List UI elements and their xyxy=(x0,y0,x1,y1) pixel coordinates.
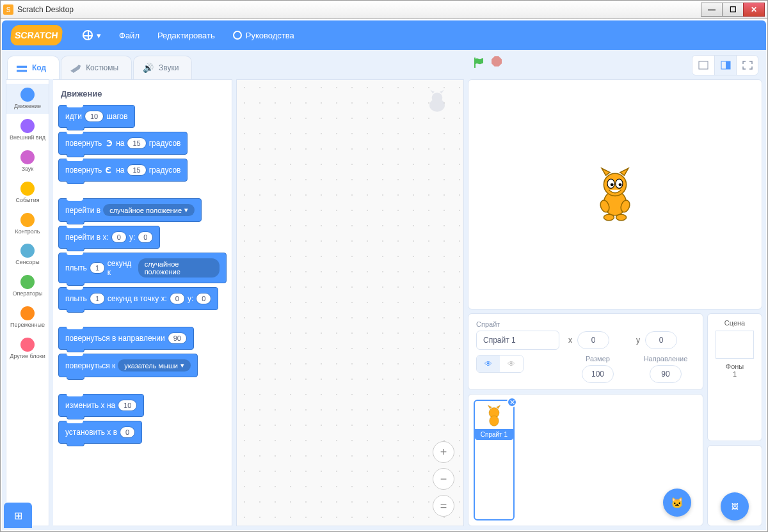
chevron-down-icon: ▾ xyxy=(184,206,188,214)
category-Движение[interactable]: Движение xyxy=(6,84,49,114)
chevron-down-icon: ▾ xyxy=(97,31,101,40)
block-input[interactable]: 1 xyxy=(90,293,105,304)
eye-off-icon: 👁 xyxy=(508,359,515,368)
sprite-thumbnail-icon xyxy=(480,403,508,429)
block-input[interactable]: 10 xyxy=(118,400,137,411)
zoom-out-button[interactable]: − xyxy=(433,468,454,490)
block-input[interactable]: 15 xyxy=(127,137,146,149)
delete-sprite-button[interactable]: ✕ xyxy=(507,397,517,407)
sprite-name-input[interactable] xyxy=(476,331,559,350)
tab-code[interactable]: Код xyxy=(7,56,60,79)
add-backdrop-button[interactable]: 🖼 xyxy=(721,492,749,520)
tab-sounds[interactable]: 🔊Звуки xyxy=(133,56,192,79)
category-label: Другие блоки xyxy=(10,354,45,360)
category-label: Внешний вид xyxy=(10,135,45,141)
sprite-card[interactable]: ✕ Спрайт 1 xyxy=(474,400,515,520)
svg-point-13 xyxy=(611,183,614,186)
block-input[interactable]: 0 xyxy=(196,293,211,304)
block-point-towards[interactable]: повернуться к указатель мыши▾ xyxy=(58,354,198,377)
file-menu[interactable]: Файл xyxy=(119,31,140,40)
block-dropdown[interactable]: указатель мыши▾ xyxy=(118,359,191,372)
backdrops-count: 1 xyxy=(733,370,737,378)
block-input[interactable]: 15 xyxy=(127,164,146,176)
block-input[interactable]: 0 xyxy=(138,231,153,243)
block-turn-cw[interactable]: повернуть на 15 градусов xyxy=(58,132,188,155)
zoom-in-button[interactable]: + xyxy=(433,441,454,463)
app-icon: S xyxy=(3,4,13,15)
sprite-x-input[interactable]: 0 xyxy=(577,331,609,349)
zoom-reset-button[interactable]: = xyxy=(433,495,454,517)
brush-icon xyxy=(70,63,81,73)
block-input[interactable]: 0 xyxy=(120,426,135,438)
sprite-card-name: Спрайт 1 xyxy=(475,429,513,440)
block-glide-xy[interactable]: плыть 1 секунд в точку x: 0 y: 0 xyxy=(58,287,218,310)
category-dot-icon xyxy=(20,150,35,164)
scripts-area[interactable]: + − = xyxy=(236,79,464,526)
sprite-visible-button[interactable]: 👁 xyxy=(477,356,500,372)
category-dot-icon xyxy=(20,88,35,102)
block-input[interactable]: 0 xyxy=(170,293,185,304)
blocks-palette[interactable]: Движение идти 10 шагов повернуть на 15 г… xyxy=(53,79,232,526)
extension-icon: ⊞ xyxy=(14,510,22,522)
stop-button[interactable] xyxy=(492,56,502,66)
category-label: Движение xyxy=(14,104,41,110)
window-minimize-button[interactable]: — xyxy=(701,3,723,17)
rotate-ccw-icon xyxy=(106,167,112,173)
stage-selector[interactable]: Сцена Фоны 1 xyxy=(707,313,762,441)
scratch-cat-sprite[interactable] xyxy=(589,166,641,223)
category-label: Операторы xyxy=(12,291,42,297)
block-input[interactable]: 1 xyxy=(90,262,105,274)
window-maximize-button[interactable]: ☐ xyxy=(722,3,744,17)
category-Внешний вид[interactable]: Внешний вид xyxy=(6,115,49,145)
stage-fullscreen-button[interactable] xyxy=(736,56,758,75)
block-dropdown[interactable]: случайное положение▾ xyxy=(103,204,195,216)
svg-point-14 xyxy=(619,183,622,186)
block-set-x[interactable]: установить x в 0 xyxy=(58,421,142,444)
block-change-x[interactable]: изменить x на 10 xyxy=(58,394,144,417)
block-dropdown[interactable]: случайное положение xyxy=(138,258,220,278)
block-glide-random[interactable]: плыть 1 секунд к случайное положение xyxy=(58,253,227,283)
green-flag-button[interactable] xyxy=(472,56,485,72)
rotate-cw-icon xyxy=(106,140,112,146)
block-goto-random[interactable]: перейти в случайное положение▾ xyxy=(58,198,202,222)
sprite-direction-input[interactable]: 90 xyxy=(650,365,682,383)
svg-point-10 xyxy=(616,214,627,221)
stage-large-button[interactable] xyxy=(714,56,736,75)
category-label: Переменные xyxy=(10,322,45,329)
sprite-y-input[interactable]: 0 xyxy=(645,331,677,349)
language-menu[interactable]: ▾ xyxy=(83,30,101,40)
block-point-direction[interactable]: повернуться в направлении 90 xyxy=(58,327,194,350)
category-Контроль[interactable]: Контроль xyxy=(6,209,49,239)
stage-small-button[interactable] xyxy=(692,56,714,75)
category-Переменные[interactable]: Переменные xyxy=(6,302,49,332)
category-label: События xyxy=(15,198,39,204)
sprite-size-input[interactable]: 100 xyxy=(582,365,614,383)
block-input[interactable]: 0 xyxy=(111,231,127,243)
window-close-button[interactable]: ✕ xyxy=(743,3,765,17)
category-label: Контроль xyxy=(15,229,40,235)
category-Операторы[interactable]: Операторы xyxy=(6,271,49,301)
sprite-size-label: Размер xyxy=(586,355,610,363)
category-События[interactable]: События xyxy=(6,178,49,208)
palette-title: Движение xyxy=(61,89,227,98)
category-dot-icon xyxy=(20,213,35,227)
block-move-steps[interactable]: идти 10 шагов xyxy=(58,105,135,128)
sprite-hidden-button[interactable]: 👁 xyxy=(500,356,523,372)
stage[interactable] xyxy=(468,79,762,309)
block-input[interactable]: 10 xyxy=(84,111,104,122)
block-turn-ccw[interactable]: повернуть на 15 градусов xyxy=(58,159,188,182)
tutorials-button[interactable]: Руководства xyxy=(233,31,294,40)
category-Другие блоки[interactable]: Другие блоки xyxy=(6,334,49,364)
tab-costumes[interactable]: Костюмы xyxy=(61,56,132,79)
add-sprite-button[interactable]: 🐱 xyxy=(663,489,691,517)
category-dot-icon xyxy=(20,306,35,320)
block-input[interactable]: 90 xyxy=(168,332,187,344)
cat-face-icon: 🐱 xyxy=(671,497,684,509)
category-Сенсоры[interactable]: Сенсоры xyxy=(6,240,49,270)
menu-bar: SCRATCH ▾ Файл Редактировать Руководства xyxy=(2,20,766,50)
category-Звук[interactable]: Звук xyxy=(6,146,49,176)
chevron-down-icon: ▾ xyxy=(180,361,184,370)
block-goto-xy[interactable]: перейти в x: 0 y: 0 xyxy=(58,226,160,249)
add-extension-button[interactable]: ⊞ xyxy=(4,503,32,528)
edit-menu[interactable]: Редактировать xyxy=(157,31,215,40)
